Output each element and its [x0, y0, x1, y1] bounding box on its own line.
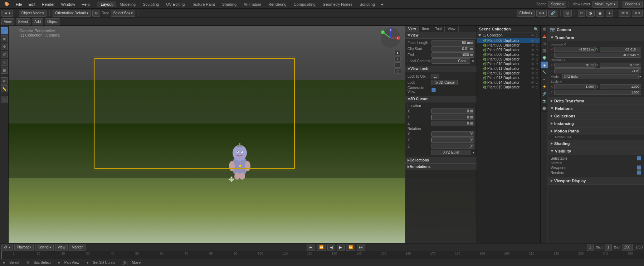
prop-tab-output[interactable]: 📤	[541, 33, 548, 40]
prop-tab-world[interactable]: 🌍	[541, 54, 548, 62]
plant-vis-8[interactable]: 👁	[531, 76, 535, 80]
shading-wireframe-btn[interactable]: □	[578, 10, 585, 17]
to-3d-cursor-btn[interactable]: To 3D Cursor	[431, 80, 458, 85]
tab-modeling[interactable]: Modeling	[116, 1, 140, 7]
rotation-mode-value[interactable]: XYZ Euler	[562, 74, 639, 79]
overlay-options-btn[interactable]: Options ▾	[623, 1, 643, 8]
transform-section-header[interactable]: Transform	[548, 34, 644, 41]
move-tool-btn[interactable]: ✛	[1, 43, 8, 50]
edit-menu[interactable]: Edit	[26, 1, 38, 7]
plant-ren-0[interactable]: ⊙	[535, 39, 539, 43]
outliner-item-4[interactable]: 🌿 Plant.009 Duplicator 👁 ⊙	[477, 57, 540, 62]
transform-pivot-btn[interactable]: ⊙ ▾	[536, 10, 547, 17]
select-tool-btn[interactable]: ⬚	[1, 27, 8, 34]
help-menu[interactable]: Help	[79, 1, 93, 7]
outliner-item-3[interactable]: 🌿 Plant.008 Duplicator 👁 ⊙	[477, 52, 540, 57]
annotate-tool-btn[interactable]: ✏	[1, 77, 8, 84]
shading-solid-btn[interactable]: ◑	[586, 10, 595, 17]
global-transform-btn[interactable]: Global ▾	[517, 10, 535, 17]
collections-header[interactable]: Collections	[548, 112, 644, 120]
timeline-playhead[interactable]	[1, 251, 2, 259]
outliner-item-8[interactable]: 🌿 Plant.013 Duplicator 👁 ⊙	[477, 76, 540, 80]
selectable-checkbox[interactable]	[637, 156, 641, 160]
add-menu-btn[interactable]: Add	[32, 18, 43, 25]
scene-selector[interactable]: Scene ▾	[548, 1, 566, 8]
plant-vis-1[interactable]: 👁	[531, 44, 535, 47]
tab-shading[interactable]: Shading	[219, 1, 240, 7]
snap-btn[interactable]: ⊙	[92, 10, 100, 17]
outliner-item-0[interactable]: 🌿 Plant.005 Duplicator 👁 ⊙	[477, 38, 540, 43]
n-collections-section-header[interactable]: Collections	[405, 157, 477, 164]
local-camera-value[interactable]: Cam...	[431, 58, 470, 64]
jump-start-btn[interactable]: ⏮	[307, 244, 315, 251]
add-workspace-btn[interactable]: +	[381, 1, 384, 7]
plant-vis-2[interactable]: 👁	[531, 48, 535, 52]
orientation-btn[interactable]: Orientation: Default ▾	[53, 10, 91, 17]
outliner-item-9[interactable]: 🌿 Plant.014 Duplicator 👁 ⊙	[477, 80, 540, 85]
zoom-out-btn[interactable]: −	[394, 62, 401, 68]
outliner-filter-btn[interactable]: 🔍	[534, 27, 538, 31]
shading-material-btn[interactable]: ◉	[596, 10, 604, 17]
cursor-rx-value[interactable]: 0°	[431, 131, 474, 137]
cursor-rz-value[interactable]: 0°	[431, 144, 474, 149]
instancing-header[interactable]: Instancing	[548, 120, 644, 127]
rotation-z-value[interactable]: -21.8°	[554, 68, 641, 73]
playback-btn[interactable]: Playback	[14, 244, 34, 251]
viewport-display-header[interactable]: Viewport Display	[548, 177, 644, 184]
keying-btn[interactable]: Keying ▾	[35, 244, 54, 251]
end-frame-input[interactable]: 250	[622, 244, 633, 251]
motion-paths-header[interactable]: Motion Paths	[548, 127, 644, 135]
view-menu-btn[interactable]: View	[1, 18, 14, 25]
window-menu[interactable]: Window	[58, 1, 78, 7]
plant-vis-3[interactable]: 👁	[531, 53, 535, 57]
editor-type-btn[interactable]: 🖥 ▾	[1, 10, 13, 17]
plant-ren-1[interactable]: ⊙	[535, 44, 539, 47]
renders-checkbox[interactable]	[637, 170, 641, 175]
n-tab-item[interactable]: Item	[419, 26, 432, 32]
plant-ren-2[interactable]: ⊙	[535, 48, 539, 52]
plant-vis-9[interactable]: 👁	[531, 81, 535, 84]
start-frame-input[interactable]: 1	[605, 244, 612, 251]
render-region-btn[interactable]: ✕	[472, 59, 474, 63]
plant-vis-7[interactable]: 👁	[531, 72, 535, 75]
plant-ren-6[interactable]: ⊙	[535, 67, 539, 71]
rotation-y-value[interactable]: 0.832°	[600, 63, 641, 68]
viewports-checkbox[interactable]	[637, 165, 641, 170]
plant-ren-8[interactable]: ⊙	[535, 76, 539, 80]
shading-header[interactable]: Shading	[548, 140, 644, 147]
scale-tool-btn[interactable]: ⤡	[1, 59, 8, 66]
prop-tab-scene[interactable]: 🎬	[541, 47, 548, 54]
prop-tab-data[interactable]: 📷	[541, 97, 548, 105]
delta-transform-header[interactable]: Delta Transform	[548, 97, 644, 105]
n-tab-view[interactable]: View	[405, 26, 419, 32]
blender-menu[interactable]: 🎨	[1, 1, 12, 7]
tab-uv-editing[interactable]: UV Editing	[162, 1, 188, 7]
plant-ren-7[interactable]: ⊙	[535, 72, 539, 75]
rotation-x-value[interactable]: 91.5°	[554, 63, 596, 68]
jump-end-btn[interactable]: ⏭	[357, 244, 365, 251]
plant-vis-5[interactable]: 👁	[531, 62, 535, 66]
plant-ren-3[interactable]: ⊙	[535, 53, 539, 57]
location-x-value[interactable]: -9.5511 m	[554, 47, 596, 52]
tab-sculpting[interactable]: Sculpting	[139, 1, 162, 7]
n-tab-view2[interactable]: View	[445, 26, 459, 32]
relations-header[interactable]: Relations	[548, 105, 644, 112]
plant-ren-10[interactable]: ⊙	[535, 86, 539, 89]
n-tab-tool[interactable]: Tool	[432, 26, 445, 32]
file-menu[interactable]: File	[13, 1, 25, 7]
object-name[interactable]: Camera	[557, 28, 571, 32]
plant-ren-4[interactable]: ⊙	[535, 58, 539, 61]
cursor-x-value[interactable]: 0 m	[431, 108, 474, 114]
select-menu-btn[interactable]: Select	[16, 18, 31, 25]
prop-tab-view-layer[interactable]: ◫	[541, 40, 548, 47]
prop-tab-physics[interactable]: ⚡	[541, 83, 548, 90]
cursor-z-value[interactable]: 0 m	[431, 121, 474, 126]
add-cube-btn[interactable]: ⬛	[1, 96, 8, 103]
plant-ren-5[interactable]: ⊙	[535, 62, 539, 66]
timeline-track-area[interactable]: 1102030405060708090100110120130140150160…	[0, 251, 644, 259]
collection-vis-btn[interactable]: 👁	[531, 34, 535, 37]
view-layer-selector[interactable]: View Layer ▾	[592, 1, 618, 8]
viewport-gizmo[interactable]: X Y Z	[380, 27, 401, 49]
shading-rendered-btn2[interactable]: ●	[394, 50, 401, 55]
next-frame-btn[interactable]: ⏩	[346, 244, 355, 251]
